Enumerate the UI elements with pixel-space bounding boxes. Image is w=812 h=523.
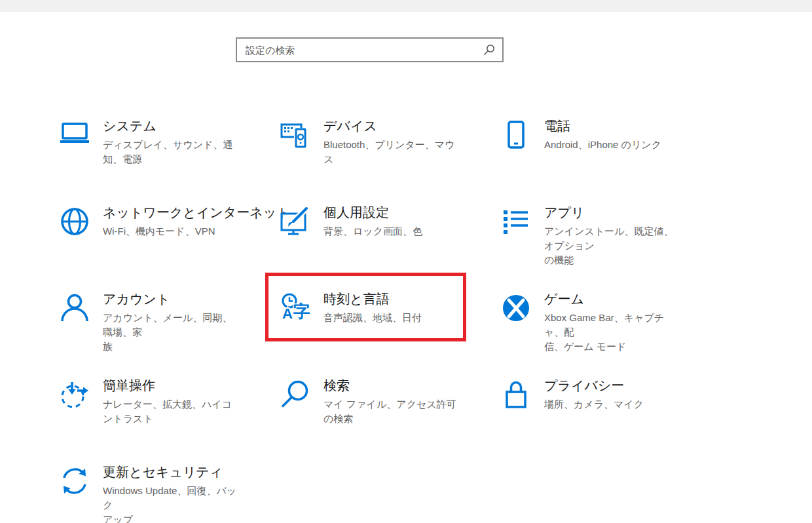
settings-tile-devices[interactable]: デバイス Bluetooth、プリンター、マウス [267, 101, 465, 167]
settings-tile-privacy[interactable]: プライバシー 場所、カメラ、マイク [487, 360, 686, 427]
settings-tile-gaming[interactable]: ゲーム Xbox Game Bar、キャプチャ、配 信、ゲーム モード [487, 274, 686, 340]
search-input[interactable] [236, 37, 504, 62]
settings-tile-update-security[interactable]: 更新とセキュリティ Windows Update、回復、バック アップ [46, 447, 244, 513]
globe-icon [59, 206, 90, 237]
tile-title: 簡単操作 [103, 378, 239, 393]
devices-icon [280, 119, 311, 151]
settings-search-box [236, 37, 504, 62]
xbox-icon [500, 292, 532, 324]
tile-title: 電話 [544, 118, 661, 134]
clock-language-icon: A字 [280, 292, 311, 324]
settings-tile-system[interactable]: システム ディスプレイ、サウンド、通知、電源 [46, 101, 244, 167]
person-icon [59, 292, 90, 324]
tiles-grid: システム ディスプレイ、サウンド、通知、電源 デバイス Bluetooth、プリ… [46, 101, 686, 513]
personalization-icon [280, 206, 311, 237]
tile-title: システム [103, 118, 239, 134]
window-top-strip [0, 0, 812, 12]
svg-text:字: 字 [293, 301, 310, 321]
lock-icon [500, 379, 532, 410]
tile-subtitle: Android、iPhone のリンク [544, 138, 661, 152]
tile-title: ネットワークとインターネット [103, 204, 290, 220]
tile-title: 更新とセキュリティ [103, 464, 239, 480]
tile-subtitle: Windows Update、回復、バック アップ [103, 484, 239, 523]
tile-title: アプリ [544, 204, 680, 220]
sync-icon [59, 465, 90, 497]
ease-of-access-icon [59, 379, 90, 410]
laptop-icon [59, 119, 90, 151]
svg-text:A: A [282, 305, 293, 322]
phone-icon [500, 119, 532, 151]
tile-title: 時刻と言語 [323, 291, 422, 307]
tile-subtitle: Bluetooth、プリンター、マウス [323, 138, 460, 166]
tile-subtitle: Xbox Game Bar、キャプチャ、配 信、ゲーム モード [544, 311, 680, 354]
settings-tile-accounts[interactable]: アカウント アカウント、メール、同期、職場、家 族 [46, 274, 244, 340]
tile-subtitle: ディスプレイ、サウンド、通知、電源 [103, 138, 239, 166]
tile-subtitle: Wi-Fi、機内モード、VPN [103, 224, 290, 239]
tile-subtitle: マイ ファイル、アクセス許可の検索 [323, 397, 460, 426]
settings-tile-phone[interactable]: 電話 Android、iPhone のリンク [487, 101, 686, 167]
tile-subtitle: 音声認識、地域、日付 [323, 311, 422, 325]
tile-subtitle: アカウント、メール、同期、職場、家 族 [103, 311, 239, 354]
apps-list-icon [500, 206, 532, 237]
settings-tile-ease-of-access[interactable]: 簡単操作 ナレーター、拡大鏡、ハイコントラスト [46, 360, 244, 427]
settings-tile-network[interactable]: ネットワークとインターネット Wi-Fi、機内モード、VPN [46, 187, 244, 254]
tile-title: デバイス [323, 118, 460, 134]
tile-title: ゲーム [544, 291, 680, 307]
tile-title: アカウント [103, 291, 239, 307]
magnifier-icon [280, 379, 311, 410]
tile-subtitle: 背景、ロック画面、色 [323, 224, 422, 239]
settings-tile-apps[interactable]: アプリ アンインストール、既定値、オプション の機能 [487, 187, 686, 254]
tile-title: 個人用設定 [323, 204, 422, 220]
settings-tile-search[interactable]: 検索 マイ ファイル、アクセス許可の検索 [267, 360, 465, 427]
tile-title: プライバシー [544, 378, 644, 393]
settings-tile-time-language[interactable]: A字 時刻と言語 音声認識、地域、日付 [267, 274, 465, 340]
tile-subtitle: アンインストール、既定値、オプション の機能 [544, 224, 680, 267]
tile-subtitle: 場所、カメラ、マイク [544, 397, 644, 412]
tile-subtitle: ナレーター、拡大鏡、ハイコントラスト [103, 397, 239, 426]
tile-title: 検索 [323, 378, 460, 393]
settings-tile-personalization[interactable]: 個人用設定 背景、ロック画面、色 [267, 187, 465, 254]
